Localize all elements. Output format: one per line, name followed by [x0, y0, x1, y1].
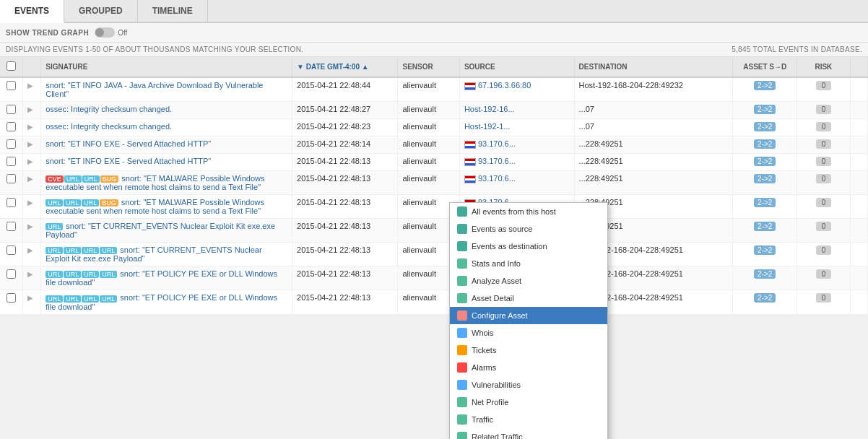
source-link[interactable]: 93.170.6... — [478, 139, 516, 148]
asset-button[interactable]: 2->2 — [754, 269, 776, 279]
asset-button[interactable]: 2->2 — [754, 81, 776, 90]
row-checkbox[interactable] — [6, 245, 16, 255]
asset-button[interactable]: 2->2 — [754, 245, 776, 255]
risk-button[interactable]: 0 — [816, 105, 832, 114]
context-menu-item[interactable]: Analyze Asset — [450, 272, 607, 290]
row-checkbox-cell[interactable] — [0, 77, 22, 102]
row-checkbox[interactable] — [6, 139, 16, 149]
row-source-cell[interactable]: 93.170.6... — [459, 154, 574, 171]
risk-button[interactable]: 0 — [816, 245, 832, 255]
row-checkbox[interactable] — [6, 81, 16, 90]
signature-link[interactable]: snort: "ET INFO EXE - Served Attached HT… — [45, 157, 211, 165]
context-menu-item[interactable]: Events as source — [450, 220, 607, 238]
col-date[interactable]: ▼ DATE GMT-4:00 ▲ — [292, 57, 398, 77]
row-risk-cell[interactable]: 0 — [797, 102, 850, 119]
context-menu-item[interactable]: Asset Detail — [450, 290, 607, 307]
row-checkbox[interactable] — [6, 174, 16, 183]
row-asset-cell[interactable]: 2->2 — [733, 219, 797, 243]
row-risk-cell[interactable]: 0 — [797, 77, 850, 102]
row-risk-cell[interactable]: 0 — [797, 195, 850, 219]
toggle-track[interactable] — [95, 27, 115, 38]
source-link[interactable]: 67.196.3.66:80 — [478, 81, 531, 90]
row-source-cell[interactable]: 93.170.6... — [459, 171, 574, 195]
row-asset-cell[interactable]: 2->2 — [733, 136, 797, 154]
asset-button[interactable]: 2->2 — [754, 198, 776, 207]
row-checkbox-cell[interactable] — [0, 195, 22, 219]
signature-link[interactable]: ossec: Integrity checksum changed. — [45, 122, 172, 131]
risk-button[interactable]: 0 — [816, 139, 832, 149]
context-menu-item[interactable]: Configure Asset — [450, 307, 607, 324]
row-asset-cell[interactable]: 2->2 — [733, 195, 797, 219]
row-risk-cell[interactable]: 0 — [797, 154, 850, 171]
risk-button[interactable]: 0 — [816, 222, 832, 231]
row-asset-cell[interactable]: 2->2 — [733, 102, 797, 119]
row-checkbox[interactable] — [6, 122, 16, 131]
row-asset-cell[interactable]: 2->2 — [733, 119, 797, 136]
risk-button[interactable]: 0 — [816, 157, 832, 166]
select-all-checkbox[interactable] — [6, 61, 16, 71]
row-checkbox-cell[interactable] — [0, 119, 22, 136]
row-source-cell[interactable]: Host-192-16... — [459, 102, 574, 119]
context-menu-item[interactable]: All events from this host — [450, 203, 607, 220]
row-asset-cell[interactable]: 2->2 — [733, 77, 797, 102]
source-link[interactable]: Host-192-1... — [464, 122, 511, 131]
context-menu-item[interactable]: Stats and Info — [450, 255, 607, 272]
asset-button[interactable]: 2->2 — [754, 174, 776, 183]
risk-button[interactable]: 0 — [816, 269, 832, 279]
asset-button[interactable]: 2->2 — [754, 157, 776, 166]
risk-button[interactable]: 0 — [816, 81, 832, 90]
context-menu-item[interactable]: Related Traffic — [450, 428, 607, 439]
signature-link[interactable]: snort: "ET INFO JAVA - Java Archive Down… — [45, 81, 263, 98]
row-risk-cell[interactable]: 0 — [797, 171, 850, 195]
row-asset-cell[interactable]: 2->2 — [733, 290, 797, 314]
source-link[interactable]: Host-192-16... — [464, 105, 515, 113]
signature-link[interactable]: snort: "ET CURRENT_EVENTS Nuclear Exploi… — [45, 222, 275, 239]
row-checkbox-cell[interactable] — [0, 136, 22, 154]
context-menu-item[interactable]: Whois — [450, 324, 607, 342]
context-menu-item[interactable]: Vulnerabilities — [450, 376, 607, 394]
risk-button[interactable]: 0 — [816, 293, 832, 303]
asset-button[interactable]: 2->2 — [754, 293, 776, 303]
tab-timeline[interactable]: TIMELINE — [138, 0, 208, 22]
context-menu-item[interactable]: Net Profile — [450, 394, 607, 411]
signature-link[interactable]: snort: "ET INFO EXE - Served Attached HT… — [45, 139, 211, 148]
row-checkbox[interactable] — [6, 269, 16, 279]
context-menu-item[interactable]: Events as destination — [450, 238, 607, 255]
risk-button[interactable]: 0 — [816, 198, 832, 207]
row-risk-cell[interactable]: 0 — [797, 243, 850, 266]
row-checkbox[interactable] — [6, 105, 16, 114]
row-checkbox[interactable] — [6, 222, 16, 231]
row-risk-cell[interactable]: 0 — [797, 290, 850, 314]
row-asset-cell[interactable]: 2->2 — [733, 266, 797, 290]
row-checkbox-cell[interactable] — [0, 266, 22, 290]
signature-link[interactable]: ossec: Integrity checksum changed. — [45, 105, 172, 113]
row-checkbox-cell[interactable] — [0, 171, 22, 195]
row-risk-cell[interactable]: 0 — [797, 136, 850, 154]
row-checkbox[interactable] — [6, 198, 16, 207]
risk-button[interactable]: 0 — [816, 122, 832, 131]
row-checkbox-cell[interactable] — [0, 290, 22, 314]
context-menu-item[interactable]: Alarms — [450, 359, 607, 376]
row-risk-cell[interactable]: 0 — [797, 219, 850, 243]
row-checkbox-cell[interactable] — [0, 219, 22, 243]
tab-events[interactable]: EVENTS — [0, 0, 64, 23]
context-menu-item[interactable]: Tickets — [450, 342, 607, 359]
row-asset-cell[interactable]: 2->2 — [733, 154, 797, 171]
row-asset-cell[interactable]: 2->2 — [733, 171, 797, 195]
asset-button[interactable]: 2->2 — [754, 222, 776, 231]
row-risk-cell[interactable]: 0 — [797, 119, 850, 136]
asset-button[interactable]: 2->2 — [754, 139, 776, 149]
asset-button[interactable]: 2->2 — [754, 105, 776, 114]
row-checkbox[interactable] — [6, 293, 16, 303]
row-checkbox[interactable] — [6, 157, 16, 166]
col-checkbox[interactable] — [0, 57, 22, 77]
context-menu-item[interactable]: Traffic — [450, 411, 607, 428]
risk-button[interactable]: 0 — [816, 174, 832, 183]
asset-button[interactable]: 2->2 — [754, 122, 776, 131]
source-link[interactable]: 93.170.6... — [478, 174, 516, 183]
tab-grouped[interactable]: GROUPED — [64, 0, 138, 22]
row-source-cell[interactable]: 67.196.3.66:80 — [459, 77, 574, 102]
row-source-cell[interactable]: Host-192-1... — [459, 119, 574, 136]
row-asset-cell[interactable]: 2->2 — [733, 243, 797, 266]
trend-toggle[interactable]: Off — [95, 27, 127, 38]
